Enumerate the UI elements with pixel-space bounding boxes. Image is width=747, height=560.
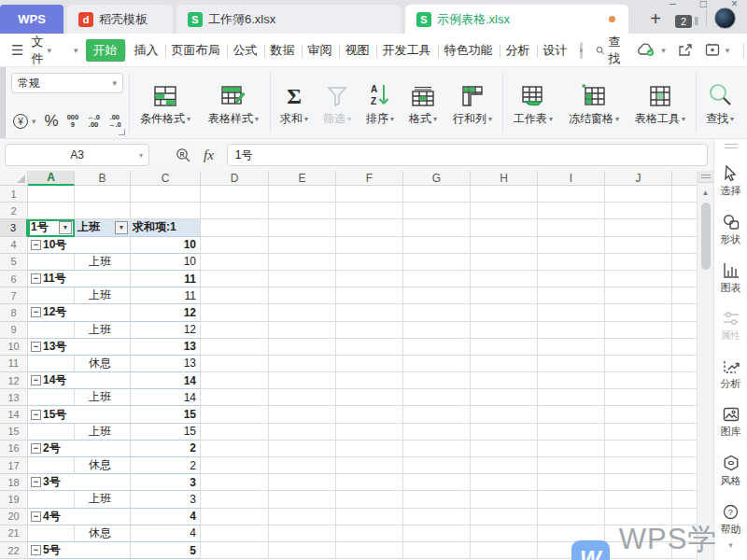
worksheet-button[interactable]: 工作表▾: [505, 67, 561, 138]
cell-B20[interactable]: [75, 509, 131, 525]
cell-F3[interactable]: [336, 219, 403, 236]
cell-E11[interactable]: [269, 356, 336, 372]
cell-H15[interactable]: [471, 424, 538, 441]
user-avatar[interactable]: [714, 7, 736, 29]
cell-A13[interactable]: [28, 389, 75, 406]
cell-E14[interactable]: [269, 406, 336, 423]
maximize-button[interactable]: □: [700, 0, 707, 10]
cell-G9[interactable]: [403, 322, 471, 339]
cell-A19[interactable]: [28, 491, 75, 508]
cell-H6[interactable]: [471, 271, 538, 287]
cell-D18[interactable]: [201, 474, 269, 491]
freeze-panes-button[interactable]: * 冻结窗格▾: [561, 67, 627, 138]
cell-I12[interactable]: [538, 372, 605, 389]
formula-input[interactable]: 1号: [227, 144, 708, 166]
cell-J13[interactable]: [605, 389, 672, 406]
select-all-corner[interactable]: [0, 171, 28, 186]
cell-I19[interactable]: [538, 491, 605, 508]
cell-I5[interactable]: [538, 254, 605, 271]
cell-J4[interactable]: [605, 237, 672, 254]
chevron-down-icon[interactable]: ▾: [47, 46, 51, 55]
cell-J16[interactable]: [605, 441, 672, 457]
cell-G18[interactable]: [403, 474, 471, 491]
new-window-icon[interactable]: ▾: [705, 43, 730, 57]
cell-D16[interactable]: [201, 441, 269, 457]
cell-D1[interactable]: [201, 186, 269, 203]
column-header-J[interactable]: J: [605, 171, 672, 186]
cell-A15[interactable]: [28, 424, 75, 441]
cell-C3[interactable]: 求和项:1: [131, 219, 201, 236]
cell-D8[interactable]: [201, 304, 269, 321]
cell-A7[interactable]: [28, 287, 75, 304]
file-menu[interactable]: 文件: [31, 34, 43, 67]
cell-I16[interactable]: [538, 441, 605, 457]
cell-G7[interactable]: [403, 287, 471, 304]
cell-B5[interactable]: 上班: [75, 254, 131, 271]
cell-A12[interactable]: −14号: [28, 372, 75, 389]
cell-K1[interactable]: [672, 186, 697, 203]
column-header-F[interactable]: F: [336, 171, 403, 186]
sidebar-item-style[interactable]: 风格: [721, 455, 741, 488]
row-header-14[interactable]: 14: [0, 406, 28, 423]
sidebar-handle[interactable]: [725, 144, 738, 148]
cell-K6[interactable]: [672, 271, 697, 287]
row-header-22[interactable]: 22: [0, 542, 28, 559]
cell-I8[interactable]: [538, 304, 605, 321]
cell-E13[interactable]: [269, 389, 336, 406]
cell-I6[interactable]: [538, 271, 605, 287]
cell-G16[interactable]: [403, 441, 471, 457]
cell-F4[interactable]: [336, 237, 403, 254]
row-header-12[interactable]: 12: [0, 372, 28, 389]
cell-A9[interactable]: [28, 322, 75, 339]
row-header-7[interactable]: 7: [0, 287, 28, 304]
tab-insert[interactable]: 插入: [128, 39, 165, 62]
cell-I10[interactable]: [538, 339, 605, 356]
cell-I1[interactable]: [538, 186, 605, 203]
collapse-group-icon[interactable]: −: [31, 273, 41, 284]
find-replace-button[interactable]: 查找▾: [698, 67, 741, 138]
cell-J18[interactable]: [605, 474, 672, 491]
row-header-3[interactable]: 3: [0, 219, 28, 236]
row-header-8[interactable]: 8: [0, 304, 28, 321]
cell-A18[interactable]: −3号: [28, 474, 75, 491]
collapse-group-icon[interactable]: −: [31, 375, 41, 385]
insert-function-icon[interactable]: fx: [204, 147, 214, 163]
cell-E4[interactable]: [269, 237, 336, 254]
cell-K11[interactable]: [672, 356, 697, 372]
collapse-group-icon[interactable]: −: [31, 240, 41, 250]
cell-G1[interactable]: [403, 186, 471, 203]
cell-A6[interactable]: −11号: [28, 271, 75, 287]
tab-list-icon[interactable]: ‖: [694, 15, 697, 28]
cell-E17[interactable]: [269, 457, 336, 474]
row-header-6[interactable]: 6: [0, 271, 28, 287]
row-header-10[interactable]: 10: [0, 339, 28, 356]
cell-K5[interactable]: [672, 254, 697, 271]
cell-E15[interactable]: [269, 424, 336, 441]
cell-D22[interactable]: [201, 542, 269, 559]
cell-H18[interactable]: [471, 474, 538, 491]
cell-H8[interactable]: [471, 304, 538, 321]
cell-D19[interactable]: [201, 491, 269, 508]
cell-I2[interactable]: [538, 203, 605, 219]
cell-C20[interactable]: 4: [131, 509, 201, 525]
cell-C18[interactable]: 3: [131, 474, 201, 491]
rows-cols-button[interactable]: 行和列▾: [444, 67, 500, 138]
cell-B21[interactable]: 休息: [75, 525, 131, 542]
collapse-group-icon[interactable]: −: [31, 410, 41, 420]
cell-H3[interactable]: [471, 219, 538, 236]
cell-G3[interactable]: [403, 219, 471, 236]
cell-B12[interactable]: [75, 372, 131, 389]
close-button[interactable]: ×: [731, 0, 738, 10]
column-header-partial[interactable]: [672, 171, 697, 186]
cell-K10[interactable]: [672, 339, 697, 356]
cell-G11[interactable]: [403, 356, 471, 372]
cell-F19[interactable]: [336, 491, 403, 508]
cell-J8[interactable]: [605, 304, 672, 321]
cell-C17[interactable]: 2: [131, 457, 201, 474]
cell-D4[interactable]: [201, 237, 269, 254]
tab-home[interactable]: 开始: [86, 39, 125, 62]
cell-F10[interactable]: [336, 339, 403, 356]
sidebar-item-select[interactable]: 选择: [721, 164, 741, 198]
find-button[interactable]: 查找: [596, 34, 625, 67]
cell-G12[interactable]: [403, 372, 471, 389]
